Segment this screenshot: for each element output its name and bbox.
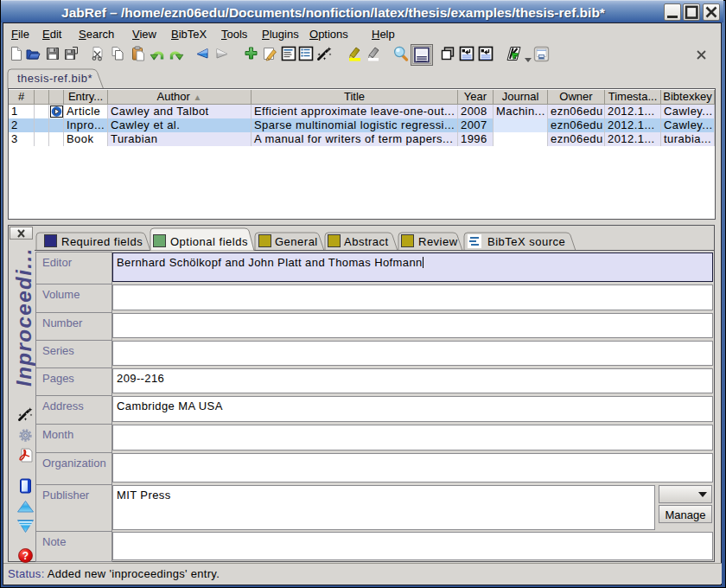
svg-text:?: ?	[22, 550, 29, 562]
